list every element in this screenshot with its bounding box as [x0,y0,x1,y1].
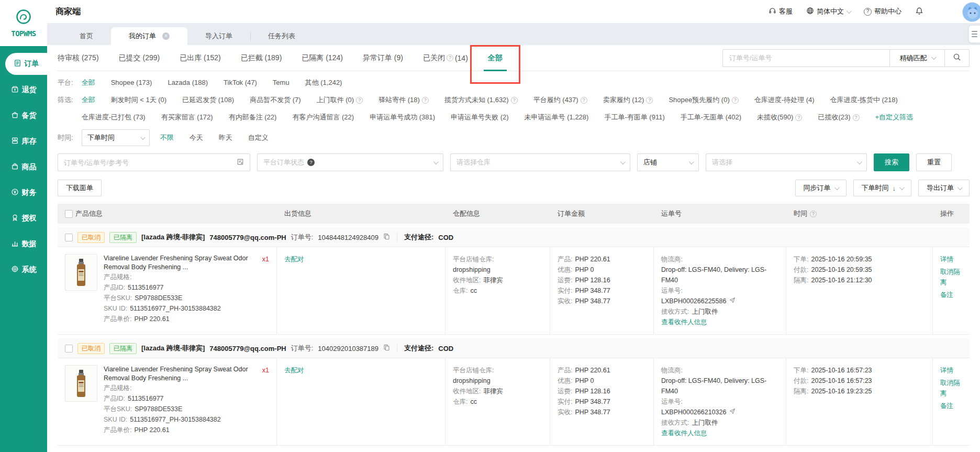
sort-order-button[interactable]: 下单时间 [853,180,912,196]
tab-task-list[interactable]: 任务列表 [250,27,313,45]
filter-chip[interactable]: 揽货方式未知 (1,632) [444,95,518,105]
sidebar-item-products[interactable]: 商品 [0,154,47,180]
sidebar-item-returns[interactable]: 退货 [0,77,47,103]
status-tab[interactable]: 已提交 (299) [119,45,160,71]
shop-type-select[interactable]: 店铺 [637,153,699,171]
status-tab[interactable]: 已关闭(14) [423,45,468,71]
search-button[interactable]: 搜索 [874,153,909,171]
time-type-select[interactable]: 下单时间 [82,129,150,146]
filter-chip[interactable]: 上门取件 (0) [317,95,363,105]
tab-my-orders[interactable]: 我的订单 [111,27,187,45]
product-cell: Viareline Lavender Freshening Spray Swea… [58,247,277,334]
status-tab[interactable]: 已隔离 (124) [302,45,343,71]
filter-chip[interactable]: Shopee预先履约 (0) [669,95,738,105]
copy-icon[interactable] [383,344,390,352]
filter-chip[interactable]: 仓库进度-待处理 (4) [754,95,815,105]
filter-chip[interactable]: TikTok (47) [224,78,257,88]
warehouse-select[interactable]: 请选择仓库 [450,153,630,171]
sidebar-item-finance[interactable]: 财务 [0,180,47,205]
chip-label: 未揽收(590) [757,112,793,123]
amount-value: PHP 128.16 [575,386,610,396]
download-label-button[interactable]: 下载面单 [58,180,102,196]
status-tab[interactable]: 全部 [488,45,503,71]
filter-chip[interactable]: 手工单-无面单 (402) [681,112,741,123]
reset-button[interactable]: 重置 [916,153,952,171]
filter-chip[interactable]: Temu [273,78,289,88]
sidebar-item-stockprep[interactable]: 备货 [0,103,47,128]
filter-chip[interactable]: 手工单-有面单 (911) [604,112,664,123]
filter-chip[interactable]: 驿站寄件 (18) [378,95,429,105]
filter-chip[interactable]: 今天 [190,133,203,143]
copy-icon[interactable] [383,233,390,241]
filter-chip[interactable]: 有买家留言 (172) [161,112,213,123]
batch-input-icon[interactable] [237,158,244,167]
filter-chip[interactable]: 仓库进度-拣货中 (218) [830,95,898,105]
tab-import-orders[interactable]: 导入订单 [187,27,250,45]
platform-order-status-select[interactable]: 平台订单状态 [257,153,443,171]
filter-chip[interactable]: 全部 [82,95,95,105]
filter-chip[interactable]: 有内部备注 (22) [229,112,277,123]
sidebar-item-inventory[interactable]: 库存 [0,128,47,154]
help-center-menu[interactable]: 帮助中心 [864,7,901,16]
row-checkbox[interactable] [65,234,73,241]
send-icon[interactable] [729,407,736,417]
match-mode-select[interactable]: 精确匹配 [890,53,944,63]
filter-chip[interactable]: 全部 [82,78,95,88]
export-orders-button[interactable]: 导出订单 [918,180,970,196]
status-tab[interactable]: 已拦截 (189) [241,45,282,71]
filter-chip[interactable]: 仓库进度-已打包 (73) [82,112,146,123]
remark-link[interactable]: 备注 [940,290,962,300]
shop-select[interactable]: 请选择 [706,153,867,171]
filter-chip[interactable]: 已延迟发货 (108) [182,95,234,105]
status-tab[interactable]: 待审核 (275) [58,45,99,71]
filter-chip[interactable]: 已揽收(23) [818,112,859,123]
filter-chip[interactable]: 商品暂不发货 (7) [250,95,301,105]
filter-chip[interactable]: +自定义筛选 [875,112,914,123]
chip-label: Temu [273,78,289,88]
language-menu[interactable]: 简体中文 [806,7,850,16]
row-checkbox[interactable] [65,345,73,352]
quick-search-input[interactable] [723,54,889,62]
status-tab[interactable]: 已出库 (152) [180,45,221,71]
sidebar-item-data[interactable]: 数据 [0,231,47,257]
filter-chip[interactable]: 昨天 [219,133,232,143]
quick-search-button[interactable] [945,50,969,67]
sync-orders-button[interactable]: 同步订单 [795,180,847,196]
filter-chip[interactable]: 申请运单号失败 (2) [451,112,509,123]
filter-chip[interactable]: 自定义 [248,133,269,143]
user-avatar[interactable] [962,2,980,22]
filter-chip[interactable]: 有客户沟通留言 (22) [292,112,354,123]
filter-chip[interactable]: Lazada (188) [168,78,208,88]
sidebar-item-system[interactable]: 系统 [0,257,47,282]
remark-link[interactable]: 备注 [940,401,962,411]
detail-link[interactable]: 详情 [940,254,962,264]
unmatch-link[interactable]: 去配对 [284,256,304,263]
view-recipient-link[interactable]: 查看收件人信息 [661,318,707,326]
sidebar-item-authorization[interactable]: 授权 [0,205,47,231]
order-number-input[interactable] [64,159,232,167]
tab-home[interactable]: 首页 [62,27,111,45]
customer-service-menu[interactable]: 客服 [769,7,793,16]
filter-chip[interactable]: 未揽收(590) [757,112,802,123]
filter-chip[interactable]: 不限 [160,133,174,143]
filter-chip[interactable]: 未申请运单号 (1,228) [525,112,589,123]
unmatch-link[interactable]: 去配对 [284,367,304,374]
filter-chip[interactable]: 平台履约 (437) [533,95,587,105]
view-recipient-link[interactable]: 查看收件人信息 [661,429,707,437]
send-icon[interactable] [729,296,736,306]
filter-chip[interactable]: 其他 (1,242) [305,78,342,88]
cancel-quarantine-link[interactable]: 取消隔离 [940,267,962,288]
close-icon[interactable] [162,32,170,40]
filter-chip[interactable]: 剩发时间 < 1天 (0) [111,95,167,105]
warehouse-placeholder: 请选择仓库 [456,158,491,167]
notification-bell[interactable] [915,7,923,17]
filter-chip[interactable]: Shopee (173) [111,78,152,88]
floating-menu-button[interactable] [968,25,980,43]
sidebar-item-orders[interactable]: 订单 [5,53,47,75]
cancel-quarantine-link[interactable]: 取消隔离 [940,378,962,399]
filter-chip[interactable]: 卖家履约 (12) [603,95,653,105]
filter-chip[interactable]: 申请运单号成功 (381) [370,112,435,123]
detail-link[interactable]: 详情 [940,365,962,376]
select-all-checkbox[interactable] [65,210,73,218]
status-tab[interactable]: 异常订单 (9) [363,45,403,71]
